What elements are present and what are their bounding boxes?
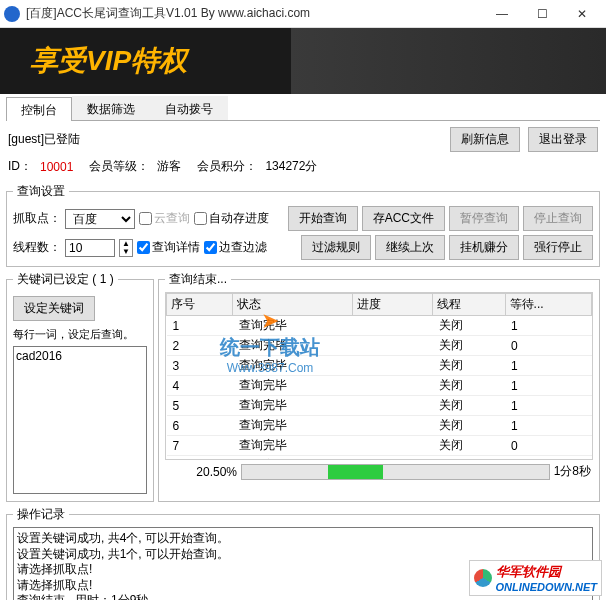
- table-row[interactable]: 3查询完毕关闭1: [167, 356, 592, 376]
- id-label: ID：: [8, 158, 32, 175]
- log-legend: 操作记录: [13, 506, 69, 523]
- vip-text: 享受VIP特权: [30, 42, 187, 80]
- detail-label: 查询详情: [152, 239, 200, 256]
- level-value: 游客: [157, 158, 181, 175]
- keywords-group: 关键词已设定 ( 1 ) 设定关键词 每行一词，设定后查询。 cad2016: [6, 271, 154, 502]
- edge-checkbox[interactable]: [204, 241, 217, 254]
- cloud-query-checkbox[interactable]: [139, 212, 152, 225]
- table-row[interactable]: 6查询完毕关闭1: [167, 416, 592, 436]
- progress-row: 20.50% 1分8秒: [165, 460, 593, 483]
- query-settings-legend: 查询设置: [13, 183, 69, 200]
- maximize-button[interactable]: ☐: [522, 0, 562, 28]
- status-row-2: ID： 10001 会员等级： 游客 会员积分： 134272分: [6, 158, 600, 181]
- status-row: [guest]已登陆 刷新信息 退出登录: [6, 121, 600, 158]
- spinner-icon[interactable]: ▲▼: [119, 239, 133, 257]
- keywords-legend: 关键词已设定 ( 1 ): [13, 271, 118, 288]
- keywords-hint: 每行一词，设定后查询。: [13, 327, 147, 342]
- detail-checkbox[interactable]: [137, 241, 150, 254]
- results-group: 查询结束... 序号 状态 进度 线程 等待... 1查询完毕关闭12查询完毕关…: [158, 271, 600, 502]
- tab-filter[interactable]: 数据筛选: [72, 96, 150, 120]
- close-button[interactable]: ✕: [562, 0, 602, 28]
- continue-button[interactable]: 继续上次: [375, 235, 445, 260]
- thread-label: 线程数：: [13, 239, 61, 256]
- set-keywords-button[interactable]: 设定关键词: [13, 296, 95, 321]
- table-row[interactable]: 2查询完毕关闭0: [167, 336, 592, 356]
- progress-bar: [241, 464, 550, 480]
- table-row[interactable]: 4查询完毕关闭1: [167, 376, 592, 396]
- bottom-logo-url: ONLINEDOWN.NET: [496, 581, 597, 593]
- globe-icon: [474, 569, 492, 587]
- progress-time: 1分8秒: [554, 463, 591, 480]
- keywords-textarea[interactable]: cad2016: [13, 346, 147, 494]
- auto-save-label: 自动存进度: [209, 210, 269, 227]
- stop-query-button[interactable]: 停止查询: [523, 206, 593, 231]
- col-wait[interactable]: 等待...: [505, 294, 591, 316]
- filter-rule-button[interactable]: 过滤规则: [301, 235, 371, 260]
- query-settings-group: 查询设置 抓取点： 百度 云查询 自动存进度 开始查询 存ACC文件 暂停查询 …: [6, 183, 600, 267]
- edge-label: 边查边滤: [219, 239, 267, 256]
- col-progress[interactable]: 进度: [353, 294, 433, 316]
- afk-button[interactable]: 挂机赚分: [449, 235, 519, 260]
- grab-select[interactable]: 百度: [65, 209, 135, 229]
- force-stop-button[interactable]: 强行停止: [523, 235, 593, 260]
- app-icon: [4, 6, 20, 22]
- window-title: [百度]ACC长尾词查询工具V1.01 By www.aichaci.com: [26, 5, 482, 22]
- minimize-button[interactable]: —: [482, 0, 522, 28]
- results-legend: 查询结束...: [165, 271, 231, 288]
- progress-percent: 20.50%: [167, 465, 237, 479]
- tab-dial[interactable]: 自动拨号: [150, 96, 228, 120]
- results-table: 序号 状态 进度 线程 等待... 1查询完毕关闭12查询完毕关闭03查询完毕关…: [166, 293, 592, 460]
- points-value: 134272分: [265, 158, 317, 175]
- grab-label: 抓取点：: [13, 210, 61, 227]
- table-row[interactable]: 1查询完毕关闭1: [167, 316, 592, 336]
- thread-input[interactable]: [65, 239, 115, 257]
- id-value: 10001: [40, 160, 73, 174]
- points-label: 会员积分：: [197, 158, 257, 175]
- bottom-logo-title: 华军软件园: [496, 563, 597, 581]
- col-status[interactable]: 状态: [233, 294, 353, 316]
- table-row[interactable]: 8查询完毕关闭1: [167, 456, 592, 461]
- results-table-wrap[interactable]: 序号 状态 进度 线程 等待... 1查询完毕关闭12查询完毕关闭03查询完毕关…: [165, 292, 593, 460]
- col-seq[interactable]: 序号: [167, 294, 233, 316]
- pause-query-button[interactable]: 暂停查询: [449, 206, 519, 231]
- vip-banner: 享受VIP特权: [0, 28, 606, 94]
- logout-button[interactable]: 退出登录: [528, 127, 598, 152]
- level-label: 会员等级：: [89, 158, 149, 175]
- refresh-button[interactable]: 刷新信息: [450, 127, 520, 152]
- titlebar: [百度]ACC长尾词查询工具V1.01 By www.aichaci.com —…: [0, 0, 606, 28]
- save-acc-button[interactable]: 存ACC文件: [362, 206, 445, 231]
- auto-save-checkbox[interactable]: [194, 212, 207, 225]
- table-row[interactable]: 7查询完毕关闭0: [167, 436, 592, 456]
- cloud-query-label: 云查询: [154, 210, 190, 227]
- col-thread[interactable]: 线程: [433, 294, 505, 316]
- bottom-logo: 华军软件园 ONLINEDOWN.NET: [469, 560, 602, 596]
- tab-console[interactable]: 控制台: [6, 97, 72, 121]
- tabs: 控制台 数据筛选 自动拨号: [6, 96, 600, 121]
- table-row[interactable]: 5查询完毕关闭1: [167, 396, 592, 416]
- start-query-button[interactable]: 开始查询: [288, 206, 358, 231]
- login-status: [guest]已登陆: [8, 131, 80, 148]
